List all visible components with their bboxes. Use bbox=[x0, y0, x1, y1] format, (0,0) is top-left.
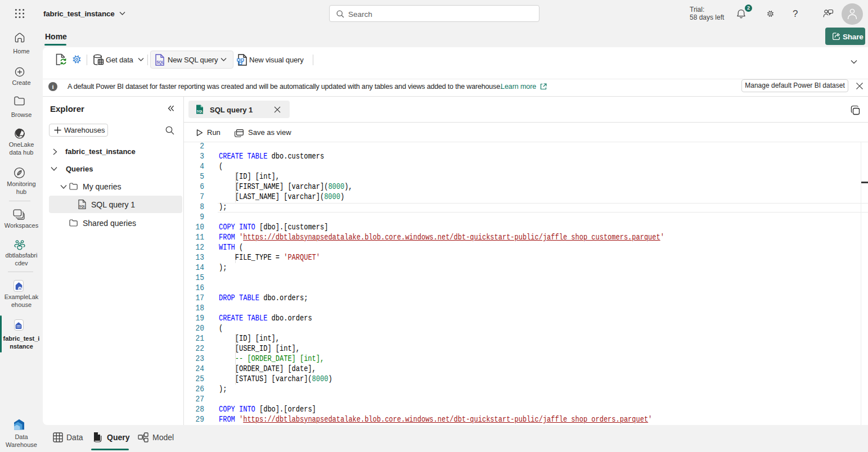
svg-text:SQL: SQL bbox=[197, 110, 204, 113]
svg-text:SQL: SQL bbox=[156, 60, 164, 65]
svg-text:SQL: SQL bbox=[79, 205, 86, 208]
